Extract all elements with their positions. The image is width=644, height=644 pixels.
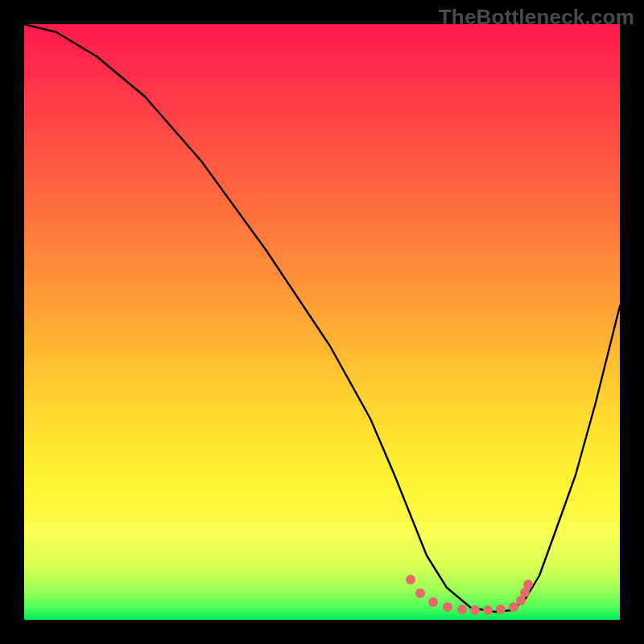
watermark-text: TheBottleneck.com bbox=[439, 5, 634, 30]
optimal-dot bbox=[496, 605, 506, 614]
chart-frame bbox=[24, 24, 620, 620]
optimal-dot bbox=[406, 575, 415, 584]
optimal-dot bbox=[457, 605, 467, 614]
optimal-dot bbox=[483, 605, 493, 615]
optimal-dot bbox=[523, 580, 533, 589]
optimal-dot bbox=[428, 597, 438, 607]
optimal-dot bbox=[443, 602, 452, 612]
optimal-dot bbox=[415, 588, 425, 598]
optimal-dot bbox=[470, 605, 480, 615]
optimal-range-dots bbox=[24, 24, 620, 620]
